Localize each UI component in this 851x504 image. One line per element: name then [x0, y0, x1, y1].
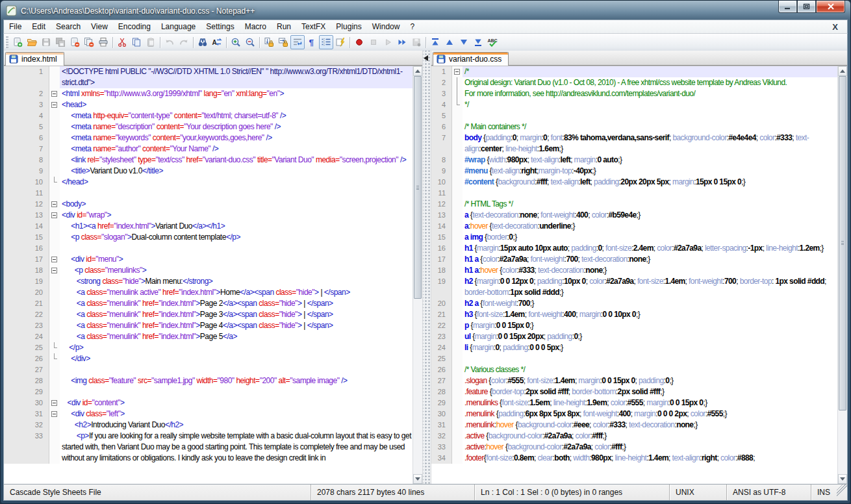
- code-text[interactable]: h1 {margin:15px auto 10px auto; padding:…: [463, 243, 837, 254]
- code-text[interactable]: <meta http-equiv="content-type" content=…: [60, 110, 413, 121]
- collapse-fold-icon[interactable]: [51, 257, 57, 262]
- code-text[interactable]: <meta name="keywords" content="your,keyw…: [60, 132, 413, 144]
- line-number[interactable]: 1: [4, 66, 49, 88]
- function-completion-button[interactable]: [333, 35, 348, 49]
- code-text[interactable]: p {margin:0 0 15px 0;}: [463, 320, 837, 331]
- collapse-fold-icon[interactable]: [51, 268, 57, 273]
- menu-item-run[interactable]: Run: [272, 20, 296, 33]
- line-number[interactable]: 20: [431, 298, 452, 309]
- line-number[interactable]: 24: [4, 331, 49, 342]
- line-number[interactable]: 16: [431, 243, 452, 254]
- line-number[interactable]: 27: [431, 375, 452, 386]
- close-all-button[interactable]: [82, 35, 96, 49]
- restore-button[interactable]: [797, 1, 816, 13]
- cut-button[interactable]: [115, 35, 129, 49]
- line-number[interactable]: 23: [4, 320, 49, 331]
- line-number[interactable]: 29: [4, 386, 49, 397]
- status-typing-mode[interactable]: INS: [811, 485, 837, 500]
- line-number[interactable]: 24: [431, 342, 452, 353]
- goto-first-button[interactable]: [428, 35, 442, 49]
- code-text[interactable]: <meta name="author" content="Your Name" …: [60, 144, 413, 155]
- menu-item-[interactable]: ?: [405, 20, 420, 33]
- open-file-button[interactable]: [25, 35, 39, 49]
- menu-item-plugins[interactable]: Plugins: [331, 20, 366, 33]
- code-text[interactable]: <!DOCTYPE html PUBLIC "-//W3C//DTD XHTML…: [60, 66, 413, 88]
- code-text[interactable]: h1 a:hover {color:#333; text-decoration:…: [463, 265, 837, 276]
- code-text[interactable]: <a class="menulink" href="index.html">Pa…: [60, 309, 413, 320]
- zoom-out-button[interactable]: [243, 35, 257, 49]
- status-encoding[interactable]: ANSI as UTF-8: [726, 485, 811, 500]
- code-text[interactable]: </div>: [60, 353, 413, 364]
- code-text[interactable]: [60, 386, 413, 397]
- collapse-fold-icon[interactable]: [51, 212, 57, 218]
- line-number[interactable]: 14: [4, 221, 49, 232]
- code-text[interactable]: <div class="left">: [60, 409, 413, 420]
- notepad-plus-plus-app-icon[interactable]: [6, 5, 17, 16]
- code-text[interactable]: /* Main containers */: [463, 121, 837, 132]
- code-text[interactable]: .menulink:hover {background-color:#eee; …: [463, 420, 837, 431]
- macro-save-button[interactable]: [409, 35, 424, 49]
- code-text[interactable]: <h2>Introducing Variant Duo</h2>: [60, 420, 413, 431]
- fold-margin[interactable]: [49, 397, 60, 409]
- code-text[interactable]: For more information, see http://andreas…: [463, 88, 837, 99]
- code-text[interactable]: #menu {text-align:right;margin-top:-40px…: [463, 166, 837, 177]
- code-text[interactable]: ul {margin:0 0 15px 20px; padding:0;}: [463, 331, 837, 342]
- menu-item-edit[interactable]: Edit: [27, 20, 51, 33]
- goto-last-button[interactable]: [471, 35, 485, 49]
- line-number[interactable]: 26: [4, 353, 49, 364]
- line-number[interactable]: 10: [4, 177, 49, 188]
- code-text[interactable]: h1 a {color:#2a7a9a; font-weight:700; te…: [463, 254, 837, 265]
- line-number[interactable]: 9: [4, 166, 49, 177]
- line-number[interactable]: 17: [431, 254, 452, 265]
- line-number[interactable]: 32: [4, 420, 49, 431]
- line-number[interactable]: 6: [4, 132, 49, 144]
- code-text[interactable]: [463, 353, 837, 364]
- line-number[interactable]: 5: [431, 110, 452, 121]
- line-number[interactable]: 9: [431, 166, 452, 177]
- code-text[interactable]: .active:hover {background-color:#2a7a9a;…: [463, 442, 837, 453]
- line-number[interactable]: 16: [4, 243, 49, 254]
- find-button[interactable]: [196, 35, 210, 49]
- line-number[interactable]: 1: [431, 66, 452, 77]
- line-number[interactable]: 22: [4, 309, 49, 320]
- code-text[interactable]: h3 {font-size:1.4em; font-weight:400; ma…: [463, 309, 837, 320]
- line-number[interactable]: 28: [4, 375, 49, 386]
- menu-item-settings[interactable]: Settings: [201, 20, 239, 33]
- minimize-button[interactable]: [778, 1, 797, 13]
- zoom-in-button[interactable]: [229, 35, 243, 49]
- paste-button[interactable]: [144, 35, 158, 49]
- line-number[interactable]: 3: [4, 99, 49, 110]
- line-number[interactable]: 21: [431, 309, 452, 320]
- code-text[interactable]: <link rel="stylesheet" type="text/css" h…: [60, 155, 413, 166]
- line-number[interactable]: 4: [4, 110, 49, 121]
- word-wrap-button[interactable]: [290, 35, 305, 49]
- line-number[interactable]: 14: [431, 221, 452, 232]
- save-file-button[interactable]: [39, 35, 53, 49]
- toolbar-grip[interactable]: [5, 36, 8, 48]
- show-all-characters-button[interactable]: ¶: [305, 35, 319, 49]
- line-number[interactable]: 7: [431, 132, 452, 155]
- menu-item-macro[interactable]: Macro: [240, 20, 272, 33]
- line-number[interactable]: 7: [4, 144, 49, 155]
- tab-index-html[interactable]: index.html: [5, 52, 64, 66]
- line-number[interactable]: 4: [431, 99, 452, 110]
- code-text[interactable]: <div id="wrap">: [60, 210, 413, 221]
- collapse-fold-icon[interactable]: [51, 411, 57, 417]
- code-text[interactable]: <a class="menulink" href="index.html">Pa…: [60, 298, 413, 309]
- code-text[interactable]: Original design: Variant Duo (v1.0 - Oct…: [463, 77, 837, 88]
- code-text[interactable]: body {padding:0; margin:0; font:83% taho…: [463, 132, 837, 155]
- line-number[interactable]: 19: [4, 276, 49, 287]
- code-text[interactable]: /* Various classes */: [463, 364, 837, 375]
- line-number[interactable]: 22: [431, 320, 452, 331]
- line-number[interactable]: 25: [431, 353, 452, 364]
- line-number[interactable]: 6: [431, 121, 452, 132]
- code-text[interactable]: [60, 243, 413, 254]
- code-text[interactable]: <div id="menu">: [60, 254, 413, 265]
- fold-margin[interactable]: [49, 88, 60, 99]
- menu-item-view[interactable]: View: [86, 20, 113, 33]
- macro-run-multiple-button[interactable]: [395, 35, 409, 49]
- title-bar[interactable]: C:\Users\Andreas\Desktop\variant-duo\var…: [3, 1, 848, 19]
- scrollbar-thumb[interactable]: [414, 76, 422, 299]
- code-text[interactable]: /* HTML Tags */: [463, 199, 837, 210]
- line-number[interactable]: 31: [4, 409, 49, 420]
